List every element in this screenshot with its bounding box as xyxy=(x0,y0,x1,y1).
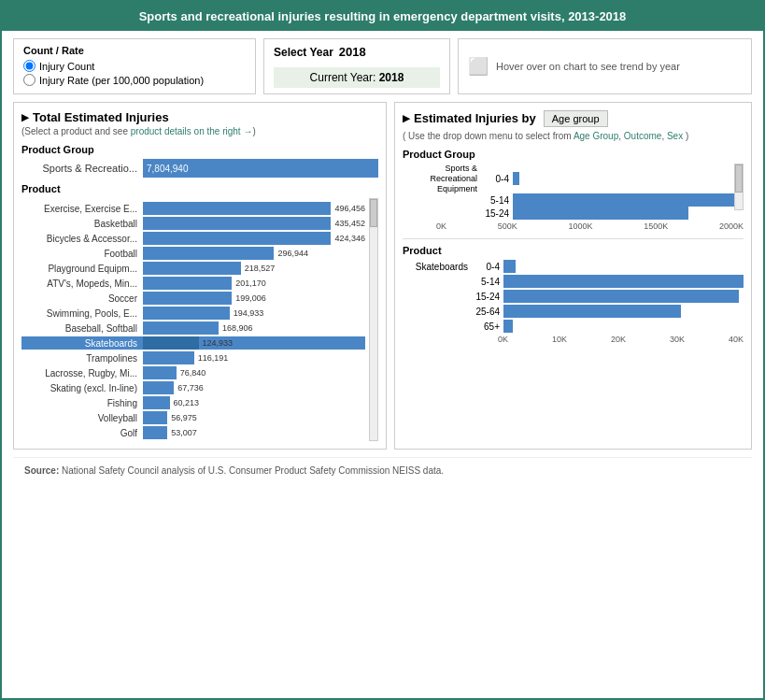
sex-link[interactable]: Sex xyxy=(667,131,683,141)
product-bar-selected[interactable] xyxy=(143,336,199,350)
cursor-icon: ⬜ xyxy=(468,56,489,77)
select-year-label: Select Year xyxy=(274,46,333,59)
product-bar[interactable] xyxy=(143,307,230,320)
prod-bar-65+[interactable] xyxy=(503,320,513,333)
product-row[interactable]: Soccer 199,006 xyxy=(21,292,365,305)
prod-bar-0-4[interactable] xyxy=(503,260,516,273)
right-panel-header: ▶ Estimated Injuries by Age group xyxy=(403,110,744,127)
prod-bar-15-24[interactable] xyxy=(503,290,739,303)
right-group-scroll-thumb[interactable] xyxy=(735,164,743,193)
product-bar[interactable] xyxy=(143,351,194,364)
product-bar[interactable] xyxy=(143,277,232,290)
prod-bar-5-14[interactable] xyxy=(503,275,744,288)
age-label-15-24: 15-24 xyxy=(481,208,509,219)
group-axis: 0K 500K 1000K 1500K 2000K xyxy=(403,221,744,231)
product-row[interactable]: Swimming, Pools, E... 194,933 xyxy=(21,307,365,320)
product-bar[interactable] xyxy=(143,366,177,379)
product-row[interactable]: Basketball 435,452 xyxy=(21,217,365,230)
age-group-link[interactable]: Age Group xyxy=(574,131,618,141)
product-bar[interactable] xyxy=(143,262,241,275)
product-bar[interactable] xyxy=(143,292,232,305)
prod-name-label: Skateboards xyxy=(403,262,468,272)
product-row[interactable]: Football 296,944 xyxy=(21,247,365,260)
main-container: Sports and recreational injuries resulti… xyxy=(0,0,765,700)
product-row-selected[interactable]: Skateboards 124,933 xyxy=(21,336,365,350)
prod-row-15-24: 15-24 xyxy=(403,290,744,303)
product-bar[interactable] xyxy=(143,396,170,409)
outcome-link[interactable]: Outcome xyxy=(624,131,662,141)
title-triangle-icon: ▶ xyxy=(21,112,29,122)
product-bar[interactable] xyxy=(143,247,274,260)
hover-hint-text: Hover over on chart to see trend by year xyxy=(496,61,680,72)
left-subtitle: (Select a product and see product detail… xyxy=(21,126,378,136)
prod-age-25-64: 25-64 xyxy=(472,307,500,317)
prod-age-65+: 65+ xyxy=(472,321,500,332)
product-row[interactable]: Volleyball 56,975 xyxy=(21,411,365,424)
product-scrollbar-area: Exercise, Exercise E... 496,456 Basketba… xyxy=(21,198,378,441)
group-row-5-14: 5-14 xyxy=(403,193,744,207)
injury-count-row[interactable]: Injury Count xyxy=(23,60,246,72)
header-bar: Sports and recreational injuries resulti… xyxy=(2,2,763,31)
left-scroll-track[interactable] xyxy=(369,198,378,441)
right-subtitle: ( Use the drop down menu to select from … xyxy=(403,131,744,141)
product-row[interactable]: Skating (excl. In-line) 67,736 xyxy=(21,381,365,394)
group-bar-15-24[interactable] xyxy=(513,207,688,220)
hover-hint-box: ⬜ Hover over on chart to see trend by ye… xyxy=(458,38,752,94)
injury-rate-label: Injury Rate (per 100,000 population) xyxy=(39,75,204,86)
select-year-top: Select Year 2018 xyxy=(274,45,440,59)
left-scroll-thumb[interactable] xyxy=(370,199,377,227)
group-bar-0-4[interactable] xyxy=(513,172,519,185)
product-group-bar[interactable]: 7,804,940 xyxy=(143,159,378,178)
current-year-value: 2018 xyxy=(379,71,404,84)
prod-row-5-14: 5-14 xyxy=(403,275,744,288)
prod-row-25-64: 25-64 xyxy=(403,305,744,318)
right-group-scroll-track[interactable] xyxy=(734,164,744,210)
product-row[interactable]: ATV's, Mopeds, Min... 201,170 xyxy=(21,277,365,290)
injury-count-radio[interactable] xyxy=(23,60,35,72)
right-title-triangle-icon: ▶ xyxy=(403,113,410,123)
product-bar[interactable] xyxy=(143,321,219,335)
right-product-group-label: Product Group xyxy=(403,149,744,160)
product-row[interactable]: Exercise, Exercise E... 496,456 xyxy=(21,202,365,215)
product-row[interactable]: Fishing 60,213 xyxy=(21,396,365,409)
product-group-bar-container: 7,804,940 xyxy=(143,159,378,178)
product-bar[interactable] xyxy=(143,232,331,245)
divider xyxy=(403,238,744,239)
left-panel: ▶ Total Estimated Injuries (Select a pro… xyxy=(13,102,387,450)
product-row[interactable]: Golf 53,007 xyxy=(21,426,365,439)
prod-row-65+: 65+ xyxy=(403,320,744,333)
product-bar[interactable] xyxy=(143,202,331,215)
product-bar[interactable] xyxy=(143,217,331,230)
product-row[interactable]: Playground Equipm... 218,527 xyxy=(21,262,365,275)
product-details-link[interactable]: product details on the right → xyxy=(131,126,253,136)
right-product-group-section: Product Group Sports &RecreationalEquipm… xyxy=(403,149,744,231)
product-label: Product xyxy=(21,183,378,194)
product-row[interactable]: Trampolines 116,191 xyxy=(21,351,365,364)
group-bar-5-14[interactable] xyxy=(513,193,737,207)
right-title-text: Estimated Injuries by xyxy=(414,111,536,125)
prod-row-0-4: Skateboards 0-4 xyxy=(403,260,744,273)
current-year-row: Current Year: 2018 xyxy=(274,67,440,88)
product-row[interactable]: Lacrosse, Rugby, Mi... 76,840 xyxy=(21,366,365,379)
product-bar[interactable] xyxy=(143,411,167,424)
main-panels: ▶ Total Estimated Injuries (Select a pro… xyxy=(13,102,752,450)
product-row[interactable]: Baseball, Softball 168,906 xyxy=(21,321,365,335)
age-label-0-4: 0-4 xyxy=(481,174,509,184)
product-group-label: Product Group xyxy=(21,144,378,155)
product-row[interactable]: Bicycles & Accessor... 424,346 xyxy=(21,232,365,245)
age-group-dropdown[interactable]: Age group xyxy=(544,110,608,127)
injury-rate-radio[interactable] xyxy=(23,74,35,86)
product-group-row: Sports & Recreatio... 7,804,940 xyxy=(21,159,378,178)
right-product-chart: Skateboards 0-4 5-14 xyxy=(403,260,744,344)
product-bar[interactable] xyxy=(143,381,174,394)
product-bar[interactable] xyxy=(143,426,167,439)
right-panel: ▶ Estimated Injuries by Age group ( Use … xyxy=(394,102,752,450)
select-year-box: Select Year 2018 Current Year: 2018 xyxy=(263,38,450,94)
top-controls: Count / Rate Injury Count Injury Rate (p… xyxy=(13,38,752,94)
prod-bar-25-64[interactable] xyxy=(503,305,681,318)
prod-age-0-4: 0-4 xyxy=(472,262,500,272)
left-panel-title: ▶ Total Estimated Injuries xyxy=(21,110,378,124)
injury-count-label: Injury Count xyxy=(39,61,94,72)
injury-rate-row[interactable]: Injury Rate (per 100,000 population) xyxy=(23,74,246,86)
group-row-0-4: Sports &RecreationalEquipment 0-4 xyxy=(403,164,744,193)
